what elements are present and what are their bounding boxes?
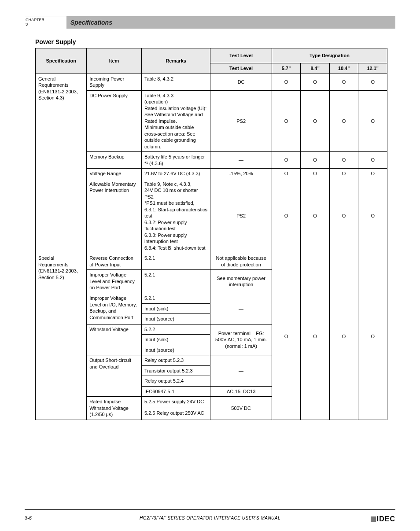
cell: O: [329, 90, 358, 152]
remarks-cell: 5.2.1: [141, 253, 210, 270]
remarks-cell: Input (source): [141, 314, 210, 324]
cell: O: [329, 179, 358, 253]
cell: O: [272, 152, 301, 169]
test-level-cell: PS2: [210, 179, 272, 253]
cell: O: [329, 253, 358, 420]
test-level-cell: Power terminal – FG: 500V AC, 10 mA, 1 m…: [210, 324, 272, 355]
test-level-cell: See momentary power interruption: [210, 270, 272, 293]
logo-square-icon: [371, 516, 376, 522]
test-level-cell: —: [210, 152, 272, 169]
th-type-1: 8.4": [301, 63, 330, 74]
item-cell: Voltage Range: [87, 169, 142, 179]
footer-center-text: HG2F/3F/4F SERIES OPERATOR INTERFACE USE…: [0, 516, 420, 520]
remarks-cell: Table 9, Note c, 4.3.3, 24V DC 10 ms or …: [141, 179, 210, 253]
cell: O: [301, 90, 330, 152]
cell: O: [329, 152, 358, 169]
cell: O: [301, 169, 330, 179]
th-type-3: 12.1": [358, 63, 387, 74]
th-remarks: Remarks: [141, 48, 210, 74]
cell: O: [272, 90, 301, 152]
section-title: Power Supply: [35, 38, 395, 45]
cell: O: [329, 74, 358, 90]
remarks-cell: Table 9, 4.3.3 (operation) Rated insulat…: [141, 90, 210, 152]
remarks-cell: 5.2.5 Relay output 250V AC: [141, 408, 210, 420]
chapter-number: 3: [26, 22, 66, 27]
remarks-cell: Table 8, 4.3.2: [141, 74, 210, 90]
logo-text: IDEC: [377, 515, 395, 523]
cell: O: [301, 179, 330, 253]
test-level-cell: Not applicable because of diode protecti…: [210, 253, 272, 270]
cell: O: [301, 253, 330, 420]
th-spec: Specification: [36, 48, 87, 74]
remarks-cell: Input (sink): [141, 335, 210, 345]
spec-cell: General Requirements (EN61131-2:2003, Se…: [36, 74, 87, 253]
test-level-cell: —: [210, 355, 272, 387]
remarks-cell: 5.2.1: [141, 270, 210, 293]
item-cell: Allowable Momentary Power Interruption: [87, 179, 142, 253]
chapter-box: CHAPTER 3: [25, 16, 67, 29]
remarks-cell: 5.2.2: [141, 324, 210, 335]
item-cell: Rated Impulse Withstand Voltage (1.2/50 …: [87, 397, 142, 420]
remarks-cell: 21.6V to 27.6V DC (4.3.3): [141, 169, 210, 179]
item-cell: Output Short-circuit and Overload: [87, 355, 142, 397]
test-level-cell: AC-15, DC13: [210, 386, 272, 397]
cell: O: [301, 74, 330, 90]
cell: O: [272, 179, 301, 253]
cell: O: [358, 90, 387, 152]
test-level-cell: -15%, 20%: [210, 169, 272, 179]
item-cell: Memory Backup: [87, 152, 142, 169]
cell: O: [272, 253, 301, 420]
item-cell: Reverse Connection of Power Input: [87, 253, 142, 270]
cell: O: [272, 169, 301, 179]
cell: O: [301, 152, 330, 169]
cell: O: [329, 169, 358, 179]
remarks-cell: Relay output 5.2.4: [141, 376, 210, 387]
remarks-cell: Input (sink): [141, 303, 210, 314]
remarks-cell: 5.2.1: [141, 293, 210, 303]
th-type-designation: Type Designation: [272, 48, 387, 63]
th-test-level-sub: Test Level: [210, 63, 272, 74]
chapter-label: CHAPTER: [26, 18, 66, 22]
item-cell: Incoming Power Supply: [87, 74, 142, 90]
idec-logo: IDEC: [371, 515, 395, 523]
item-cell: DC Power Supply: [87, 90, 142, 152]
cell: O: [358, 253, 387, 420]
item-cell: Improper Voltage Level on I/O, Memory, B…: [87, 293, 142, 324]
header-title-strip: Specifications: [67, 16, 395, 29]
page-header: CHAPTER 3 Specifications: [25, 16, 395, 29]
test-level-cell: 500V DC: [210, 397, 272, 420]
spec-cell: Special Requirements (EN61131-2:2003, Se…: [36, 253, 87, 420]
remarks-cell: Battery life 5 years or longer *¹ (4.3.6…: [141, 152, 210, 169]
remarks-cell: IEC60947-5-1: [141, 386, 210, 397]
footer-rule: [25, 509, 395, 510]
remarks-cell: Transistor output 5.2.3: [141, 365, 210, 376]
remarks-cell: Input (source): [141, 345, 210, 355]
test-level-cell: DC: [210, 74, 272, 90]
item-cell: Improper Voltage Level and Frequency on …: [87, 270, 142, 293]
test-level-cell: PS2: [210, 90, 272, 152]
item-cell: Withstand Voltage: [87, 324, 142, 355]
cell: O: [358, 179, 387, 253]
header-title: Specifications: [70, 19, 112, 26]
cell: O: [358, 74, 387, 90]
cell: O: [272, 74, 301, 90]
remarks-cell: Relay output 5.2.3: [141, 355, 210, 366]
test-level-cell: —: [210, 293, 272, 324]
remarks-cell: 5.2.5 Power supply 24V DC: [141, 397, 210, 408]
power-supply-table: Specification Item Remarks Test Level Ty…: [35, 48, 387, 420]
cell: O: [358, 152, 387, 169]
th-type-2: 10.4": [329, 63, 358, 74]
th-type-0: 5.7": [272, 63, 301, 74]
th-item: Item: [87, 48, 142, 74]
cell: O: [358, 169, 387, 179]
th-test-level: Test Level: [210, 48, 272, 63]
